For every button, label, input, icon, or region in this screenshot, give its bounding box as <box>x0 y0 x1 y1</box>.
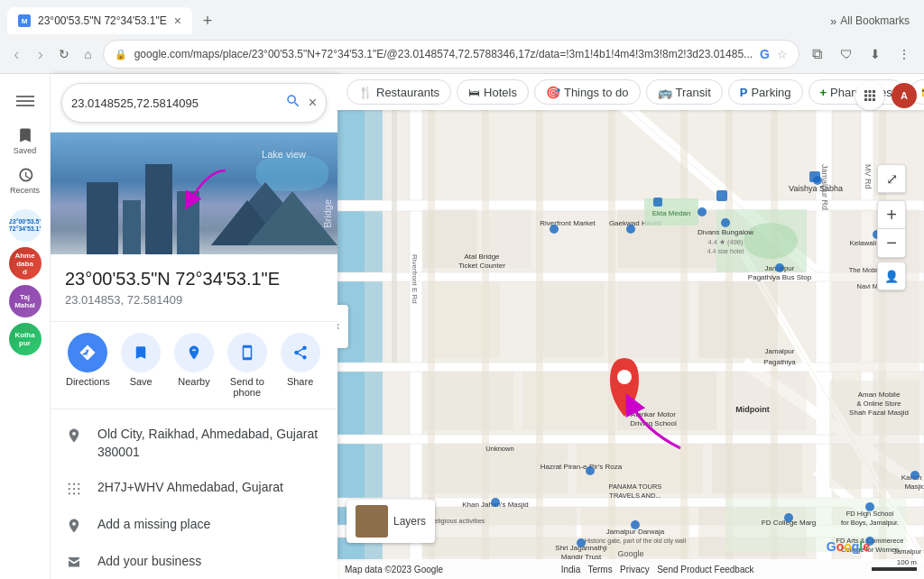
zoom-out-button[interactable]: − <box>877 229 906 258</box>
svg-point-7 <box>69 488 70 490</box>
terms-link[interactable]: Terms <box>587 565 612 574</box>
tab-close-button[interactable]: × <box>174 14 181 28</box>
back-button[interactable]: ‹ <box>7 41 25 67</box>
zoom-in-button[interactable]: + <box>877 200 906 229</box>
directions-icon-circle <box>68 333 107 372</box>
profile-menu: A <box>848 74 924 117</box>
browser-tab[interactable]: M 23°00'53.5"N 72°34'53.1"E × <box>7 7 192 34</box>
send-feedback-link[interactable]: Send Product Feedback <box>657 565 753 574</box>
refresh-button[interactable]: ↻ <box>55 41 73 67</box>
recent-place-ahmedabad[interactable]: Ahmedabad <box>9 247 42 280</box>
svg-rect-54 <box>423 507 577 556</box>
svg-text:Riverfront Market: Riverfront Market <box>540 219 596 227</box>
new-tab-button[interactable]: + <box>196 9 219 32</box>
filter-transit[interactable]: 🚌 Transit <box>646 79 723 105</box>
share-label: Share <box>287 376 313 387</box>
svg-text:PANAMA TOURS: PANAMA TOURS <box>609 482 662 491</box>
bookmarks-label: All Bookmarks <box>840 14 910 27</box>
pharmacy-icon: + <box>820 86 827 99</box>
recent-place-taj[interactable]: TajMahal <box>9 285 42 317</box>
recents-label: Recents <box>10 186 40 195</box>
svg-point-11 <box>73 492 75 494</box>
svg-rect-39 <box>392 92 397 363</box>
add-missing-place-item[interactable]: Add a missing place <box>51 507 337 544</box>
parking-icon: P <box>740 86 748 99</box>
extensions-icon[interactable]: ⧉ <box>805 41 830 67</box>
home-button[interactable]: ⌂ <box>79 41 97 67</box>
share-button[interactable]: Share <box>277 333 323 398</box>
map-area[interactable]: 🍴 Restaurants 🛏 Hotels 🎯 Things to do 🚌 … <box>337 74 924 579</box>
copyright-text: Map data ©2023 Google <box>345 565 443 574</box>
layers-label: Layers <box>393 515 426 528</box>
svg-point-115 <box>784 513 793 522</box>
add-missing-text: Add a missing place <box>97 516 210 534</box>
add-business-text: Add your business <box>97 553 201 571</box>
action-buttons: Directions Save Nearby Send to phone <box>51 322 337 409</box>
svg-text:Ticket Counter: Ticket Counter <box>458 262 505 270</box>
filter-things-to-do[interactable]: 🎯 Things to do <box>534 79 641 105</box>
svg-text:Pagathiya: Pagathiya <box>763 358 796 366</box>
search-clear-button[interactable]: × <box>309 95 317 111</box>
more-extensions-icon[interactable]: » <box>830 14 836 28</box>
svg-text:Google: Google <box>617 549 643 558</box>
svg-rect-42 <box>541 281 604 358</box>
layers-preview <box>356 505 388 538</box>
nearby-button[interactable]: Nearby <box>171 333 217 398</box>
svg-point-9 <box>78 488 79 490</box>
filter-parking[interactable]: P Parking <box>728 79 803 105</box>
add-business-item[interactable]: Add your business <box>51 544 337 579</box>
sidebar-recents-button[interactable]: Recents <box>7 162 43 198</box>
privacy-link[interactable]: Privacy <box>620 565 650 574</box>
location-pin-icon <box>65 427 83 445</box>
address-item[interactable]: Old City, Raikhad, Ahmedabad, Gujarat 38… <box>51 417 337 470</box>
building-3 <box>145 164 172 254</box>
search-input[interactable]: 23.0148525,72.5814095 <box>71 96 278 110</box>
star-icon[interactable]: ☆ <box>777 48 788 61</box>
svg-text:Unknown: Unknown <box>485 445 513 453</box>
filter-restaurants[interactable]: 🍴 Restaurants <box>346 79 451 105</box>
recent-place-kolhapur[interactable]: Kolhapur <box>9 323 42 355</box>
apps-grid-button[interactable] <box>855 81 884 110</box>
filter-hotels[interactable]: 🛏 Hotels <box>457 79 529 105</box>
search-bar[interactable]: 23.0148525,72.5814095 × <box>61 83 327 123</box>
directions-button[interactable]: Directions <box>65 333 111 398</box>
svg-text:MV Rd: MV Rd <box>864 164 873 189</box>
transit-icon: 🚌 <box>658 86 672 99</box>
user-avatar[interactable]: A <box>892 83 917 108</box>
tab-favicon: M <box>18 14 31 27</box>
pegman-button[interactable]: 👤 <box>877 262 906 290</box>
sidebar-saved-button[interactable]: Saved <box>7 123 43 159</box>
svg-text:Midpoint: Midpoint <box>735 405 770 414</box>
svg-rect-18 <box>410 92 422 561</box>
svg-point-5 <box>73 483 75 485</box>
more-menu-button[interactable]: ⋮ <box>892 41 917 67</box>
downloads-icon[interactable]: ⬇ <box>863 41 888 67</box>
place-details-list: Old City, Raikhad, Ahmedabad, Gujarat 38… <box>51 409 337 579</box>
svg-point-6 <box>78 483 79 485</box>
svg-rect-122 <box>653 198 662 207</box>
svg-point-106 <box>550 225 559 234</box>
svg-rect-0 <box>16 96 34 97</box>
layers-button[interactable]: Layers <box>346 500 435 543</box>
save-button[interactable]: Save <box>118 333 164 398</box>
address-bar[interactable]: 🔒 google.com/maps/place/23°00'53.5"N+72°… <box>103 40 799 69</box>
hotels-label: Hotels <box>484 86 517 99</box>
add-business-icon <box>65 554 83 572</box>
send-to-phone-button[interactable]: Send to phone <box>224 333 270 398</box>
forward-button[interactable]: › <box>31 41 49 67</box>
browser-chrome: M 23°00'53.5"N 72°34'53.1"E × + » All Bo… <box>0 0 924 74</box>
svg-rect-1 <box>16 100 34 102</box>
plus-code-item[interactable]: 2H7J+WHV Ahmedabad, Gujarat <box>51 470 337 507</box>
sidebar-menu-button[interactable] <box>7 83 43 119</box>
fullscreen-button[interactable]: ⤢ <box>877 164 906 193</box>
toolbar-right: ⧉ 🛡 ⬇ ⋮ <box>805 41 917 67</box>
add-missing-icon <box>65 517 83 535</box>
svg-text:Divans Bungalow: Divans Bungalow <box>698 228 753 236</box>
shield-icon[interactable]: 🛡 <box>834 41 859 67</box>
panel-collapse-button[interactable] <box>337 305 348 348</box>
search-icon-button[interactable] <box>285 93 301 113</box>
recent-place-coords[interactable]: 23°00'53.5' 72°34'53.1' <box>9 209 42 242</box>
svg-text:Jamalpur St R: Jamalpur St R <box>893 547 924 556</box>
tab-title: 23°00'53.5"N 72°34'53.1"E <box>38 14 167 27</box>
browser-toolbar: ‹ › ↻ ⌂ 🔒 google.com/maps/place/23°00'53… <box>0 34 924 74</box>
